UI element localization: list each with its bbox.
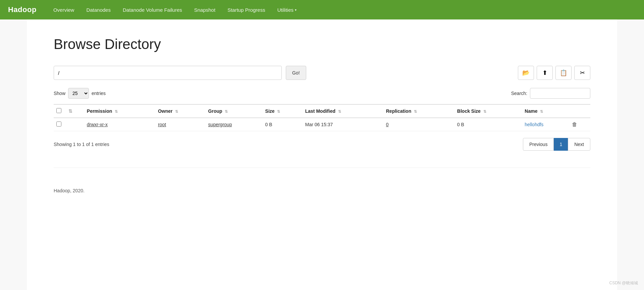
search-label: Search: — [511, 91, 527, 96]
col-permission: Permission ⇅ — [84, 104, 155, 118]
block-size-sort-icon[interactable]: ⇅ — [483, 109, 486, 113]
replication-sort-icon[interactable]: ⇅ — [414, 109, 417, 113]
search-input[interactable] — [530, 88, 590, 99]
previous-button[interactable]: Previous — [523, 138, 554, 151]
col-sort: ⇅ — [66, 104, 84, 118]
show-label: Show — [54, 91, 65, 96]
row-owner: root — [155, 118, 206, 131]
row-sort-cell — [66, 118, 84, 131]
group-sort-icon[interactable]: ⇅ — [225, 109, 228, 113]
name-link[interactable]: hellohdfs — [525, 122, 543, 127]
size-sort-icon[interactable]: ⇅ — [277, 109, 280, 113]
current-page: 1 — [554, 138, 568, 151]
watermark: CSDN @晓倾城 — [609, 280, 638, 286]
page-footer: Hadoop, 2020. — [54, 188, 590, 193]
footer-row: Showing 1 to 1 of 1 entries Previous 1 N… — [54, 137, 590, 151]
row-permission: drwxr-xr-x — [84, 118, 155, 131]
brand-logo: Hadoop — [8, 5, 37, 14]
row-name: hellohdfs — [522, 118, 569, 131]
owner-sort-icon[interactable]: ⇅ — [175, 109, 178, 113]
entries-label: entries — [92, 91, 106, 96]
list-icon-button[interactable]: 📋 — [555, 66, 572, 80]
row-group: supergroup — [206, 118, 263, 131]
footer-text: Hadoop, 2020. — [54, 188, 85, 193]
showing-text: Showing 1 to 1 of 1 entries — [54, 142, 109, 147]
permission-sort-icon[interactable]: ⇅ — [115, 109, 118, 113]
col-checkbox — [54, 104, 66, 118]
icon-buttons: 📂 ⬆ 📋 ✂ — [518, 66, 590, 80]
row-checkbox-cell — [54, 118, 66, 131]
nav-datanodes[interactable]: Datanodes — [80, 0, 117, 19]
row-checkbox[interactable] — [56, 122, 61, 127]
nav-startup-progress[interactable]: Startup Progress — [221, 0, 271, 19]
col-owner: Owner ⇅ — [155, 104, 206, 118]
upload-icon-button[interactable]: ⬆ — [537, 66, 553, 80]
col-block-size: Block Size ⇅ — [454, 104, 522, 118]
main-content: Browse Directory Go! 📂 ⬆ 📋 ✂ Show 10 25 … — [27, 19, 617, 290]
folder-icon: 📂 — [522, 69, 530, 77]
folder-icon-button[interactable]: 📂 — [518, 66, 534, 80]
delete-button[interactable]: 🗑 — [572, 122, 577, 128]
navbar: Hadoop Overview Datanodes Datanode Volum… — [0, 0, 644, 19]
table-header-row: ⇅ Permission ⇅ Owner ⇅ Group ⇅ Size ⇅ — [54, 104, 590, 118]
directory-table: ⇅ Permission ⇅ Owner ⇅ Group ⇅ Size ⇅ — [54, 104, 590, 131]
path-input[interactable] — [54, 66, 282, 80]
row-replication: 0 — [383, 118, 454, 131]
row-size: 0 B — [263, 118, 303, 131]
select-all-checkbox[interactable] — [56, 108, 61, 113]
nav-overview[interactable]: Overview — [47, 0, 80, 19]
nav-datanode-volume-failures[interactable]: Datanode Volume Failures — [117, 0, 188, 19]
sort-icon: ⇅ — [68, 108, 72, 114]
row-last-modified: Mar 06 15:37 — [303, 118, 383, 131]
nav-utilities[interactable]: Utilities ▾ — [271, 0, 303, 19]
col-replication: Replication ⇅ — [383, 104, 454, 118]
next-button[interactable]: Next — [568, 138, 590, 151]
go-button[interactable]: Go! — [286, 66, 306, 80]
utilities-dropdown-arrow: ▾ — [295, 8, 297, 12]
col-name: Name ⇅ — [522, 104, 569, 118]
pagination: Previous 1 Next — [523, 138, 590, 151]
controls-row: Show 10 25 50 100 entries Search: — [54, 88, 590, 99]
col-actions — [569, 104, 590, 118]
name-sort-icon[interactable]: ⇅ — [540, 109, 543, 113]
col-last-modified: Last Modified ⇅ — [303, 104, 383, 118]
upload-icon: ⬆ — [542, 69, 547, 77]
scissors-icon-button[interactable]: ✂ — [574, 66, 590, 80]
path-row: Go! 📂 ⬆ 📋 ✂ — [54, 66, 590, 80]
entries-select[interactable]: 10 25 50 100 — [68, 88, 89, 99]
col-group: Group ⇅ — [206, 104, 263, 118]
last-modified-sort-icon[interactable]: ⇅ — [338, 109, 341, 113]
scissors-icon: ✂ — [580, 69, 585, 77]
row-block-size: 0 B — [454, 118, 522, 131]
col-size: Size ⇅ — [263, 104, 303, 118]
row-delete-cell: 🗑 — [569, 118, 590, 131]
page-title: Browse Directory — [54, 36, 590, 52]
table-row: drwxr-xr-x root supergroup 0 B Mar 06 15… — [54, 118, 590, 131]
nav-snapshot[interactable]: Snapshot — [188, 0, 221, 19]
list-icon: 📋 — [560, 69, 567, 77]
